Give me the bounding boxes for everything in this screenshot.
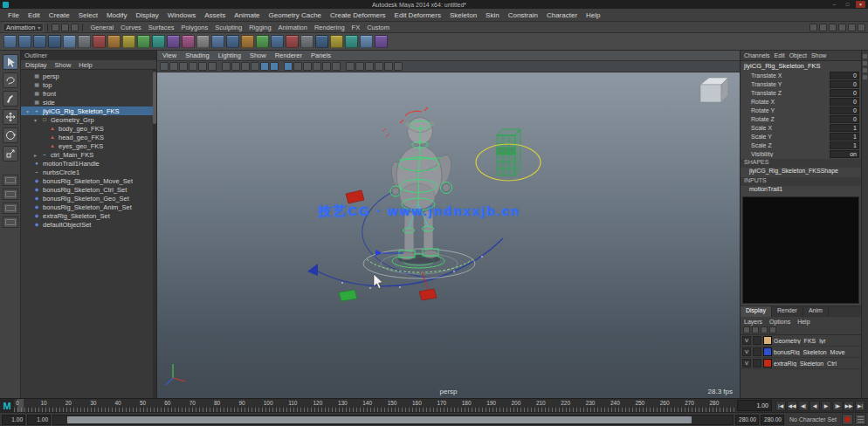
viewport-toolbar-icon-4[interactable] (189, 62, 197, 71)
viewport-menu-view[interactable]: View (162, 52, 176, 59)
viewport-toolbar-icon-13[interactable] (284, 62, 293, 71)
ipr-render-icon[interactable] (848, 24, 856, 31)
outliner-item-eyes-geo-fks[interactable]: ▲eyes_geo_FKS (21, 141, 156, 150)
layer-editor-tab-anim[interactable]: Anim (803, 306, 829, 317)
shelf-icon-green[interactable] (137, 35, 150, 48)
menu-display[interactable]: Display (132, 10, 163, 20)
menu-help[interactable]: Help (582, 10, 604, 20)
viewport-toolbar-icon-11[interactable] (260, 62, 269, 71)
layer-display-type-toggle[interactable] (753, 347, 761, 356)
move-layer-down-icon[interactable] (769, 326, 776, 333)
viewport-toolbar-icon-7[interactable] (222, 62, 231, 71)
shelf-icon-green2[interactable] (256, 35, 269, 48)
single-pane-layout[interactable] (3, 175, 18, 186)
outliner-item-ctrl-main-fks[interactable]: ▸~ctrl_Main_FKS (21, 150, 156, 159)
shelf-tab-fx[interactable]: FX (348, 24, 364, 31)
shelf-tab-animation[interactable]: Animation (275, 24, 311, 31)
play-forwards-button[interactable]: ▶ (821, 401, 831, 411)
four-pane-layout[interactable] (3, 189, 18, 200)
outliner-item-bonusrig-skeleton-anim-set[interactable]: ◆bonusRig_Skeleton_Anim_Set (21, 203, 156, 211)
character-set-label[interactable]: No Character Set (786, 416, 840, 423)
modeling-toolkit-toggle-icon[interactable] (863, 75, 867, 79)
animation-start-field[interactable]: 1.00 (2, 415, 25, 425)
viewport-toolbar-icon-16[interactable] (313, 62, 321, 71)
render-settings-icon[interactable] (858, 24, 865, 31)
menu-geometry-cache[interactable]: Geometry Cache (265, 10, 326, 20)
maximize-button[interactable]: □ (843, 1, 852, 8)
channel-attribute-value[interactable]: 0 (830, 106, 859, 114)
menu-modify[interactable]: Modify (102, 10, 132, 20)
shelf-icon-blue6[interactable] (360, 35, 373, 48)
tool-settings-toggle-icon[interactable] (863, 61, 867, 65)
shelf-tab-curves[interactable]: Curves (117, 24, 145, 31)
viewport-toolbar-icon-9[interactable] (241, 62, 250, 71)
outliner-scrollbar[interactable] (153, 70, 156, 398)
layer-editor-tab-display[interactable]: Display (741, 306, 772, 317)
shelf-icon-blue5[interactable] (315, 35, 328, 48)
layer-editor-tab-render[interactable]: Render (772, 306, 803, 317)
minimize-button[interactable]: – (830, 1, 839, 8)
menu-select[interactable]: Select (74, 10, 102, 20)
range-slider-handle[interactable] (67, 416, 692, 423)
playback-start-field[interactable]: 1.00 (27, 415, 51, 425)
menu-skeleton[interactable]: Skeleton (445, 10, 481, 20)
step-forward-frame-button[interactable]: ▶▶ (844, 401, 854, 411)
layer-visibility-toggle[interactable]: V (742, 359, 751, 368)
viewport-toolbar-icon-6[interactable] (208, 62, 217, 71)
viewport-toolbar-icon-10[interactable] (251, 62, 259, 71)
channel-attribute-value[interactable]: 0 (830, 115, 859, 123)
viewport-toolbar-icon-19[interactable] (346, 62, 355, 71)
menu-edit-deformers[interactable]: Edit Deformers (390, 10, 445, 20)
viewport-toolbar-icon-5[interactable] (198, 62, 207, 71)
outliner-item-top[interactable]: ▦top (21, 80, 156, 89)
shelf-icon-gray2[interactable] (300, 35, 313, 48)
open-scene-icon[interactable] (61, 24, 69, 31)
layer-row-bonusrig-skeleton-move[interactable]: VbonusRig_Skeleton_Move (741, 347, 861, 358)
channel-box-menu-channels[interactable]: Channels (744, 52, 770, 58)
layer-visibility-toggle[interactable]: V (742, 347, 751, 356)
shelf-icon-cone[interactable] (48, 35, 61, 48)
viewport-menu-renderer[interactable]: Renderer (275, 52, 302, 59)
viewport-toolbar-icon-22[interactable] (375, 62, 383, 71)
channel-attribute-value[interactable]: 1 (830, 124, 859, 132)
viewport-toolbar-icon-20[interactable] (355, 62, 364, 71)
menu-character[interactable]: Character (542, 10, 582, 20)
menu-set-dropdown[interactable]: Animation ▾ (3, 23, 44, 32)
viewport-toolbar-icon-2[interactable] (169, 62, 178, 71)
snap-to-point-icon[interactable] (829, 24, 837, 31)
outliner-item-persp[interactable]: ▦persp (21, 72, 156, 80)
shelf-icon-orange2[interactable] (241, 35, 254, 48)
viewport-toolbar-icon-23[interactable] (384, 62, 393, 71)
shelf-tab-rigging[interactable]: Rigging (245, 24, 274, 31)
viewport-toolbar-icon-14[interactable] (293, 62, 302, 71)
move-tool[interactable] (3, 109, 18, 125)
channel-attribute-value[interactable]: 1 (830, 133, 859, 141)
outliner-item-extrarig-skeleton-set[interactable]: ◆extraRig_Skeleton_Set (21, 211, 156, 220)
outliner-item-motiontrail1handle[interactable]: ●motionTrail1Handle (21, 159, 156, 168)
layer-visibility-toggle[interactable]: V (742, 336, 751, 345)
persp-graph-layout[interactable] (3, 216, 18, 228)
outliner-item-geometry-grp[interactable]: ▾□Geometry_Grp (21, 115, 156, 124)
step-back-frame-button[interactable]: ◀◀ (787, 401, 797, 411)
new-layer-icon[interactable] (743, 326, 750, 333)
channel-attribute-value[interactable]: 0 (830, 89, 859, 97)
menu-constrain[interactable]: Constrain (504, 10, 542, 20)
shelf-icon-pink[interactable] (182, 35, 195, 48)
viewport-menu-lighting[interactable]: Lighting (218, 52, 241, 59)
shelf-icon-torus[interactable] (78, 35, 91, 48)
new-layer-selected-icon[interactable] (752, 326, 759, 333)
persp-outliner-layout[interactable] (3, 203, 18, 214)
outliner-menu-show[interactable]: Show (55, 61, 72, 69)
shelf-tab-sculpting[interactable]: Sculpting (211, 24, 245, 31)
viewport-canvas[interactable]: 技艺CG · www.jndnxxjb.cn persp 28.3 fps (157, 72, 740, 398)
render-view-icon[interactable] (838, 24, 846, 31)
viewport-menu-panels[interactable]: Panels (311, 52, 331, 59)
outliner-menu-display[interactable]: Display (25, 61, 47, 69)
viewport-toolbar-icon-15[interactable] (303, 62, 312, 71)
expand-open-icon[interactable]: ▾ (32, 117, 38, 123)
shelf-icon-blue2[interactable] (211, 35, 224, 48)
scale-tool[interactable] (3, 146, 18, 161)
shelf-icon-red[interactable] (93, 35, 106, 48)
layer-color-swatch[interactable] (763, 347, 772, 356)
menu-create-deformers[interactable]: Create Deformers (326, 10, 390, 20)
